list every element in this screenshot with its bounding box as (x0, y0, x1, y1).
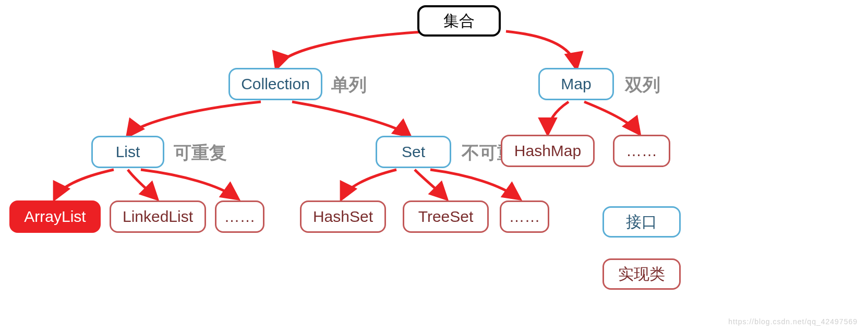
note-collection: 单列 (331, 73, 367, 97)
legend-interface-label: 接口 (626, 211, 657, 233)
note-list: 可重复 (174, 141, 227, 165)
node-list-more-label: …… (224, 208, 256, 226)
node-hashset: HashSet (300, 200, 386, 233)
node-root: 集合 (417, 5, 501, 37)
node-map-more-label: …… (626, 142, 657, 160)
legend-implementation-label: 实现类 (618, 264, 665, 285)
node-list-label: List (116, 143, 140, 161)
note-map: 双列 (625, 73, 660, 97)
node-set-label: Set (402, 143, 425, 161)
node-root-label: 集合 (443, 10, 475, 32)
node-map-label: Map (561, 75, 591, 93)
node-set-more: …… (500, 200, 549, 233)
legend-implementation: 实现类 (602, 258, 681, 290)
node-map-more: …… (613, 135, 670, 167)
node-collection-label: Collection (241, 75, 310, 93)
node-arraylist-label: ArrayList (24, 208, 86, 226)
watermark: https://blog.csdn.net/qq_42497569 (728, 317, 858, 326)
node-treeset-label: TreeSet (418, 208, 474, 226)
node-set: Set (376, 136, 451, 168)
node-hashmap: HashMap (501, 135, 595, 167)
node-list: List (91, 136, 164, 168)
node-linkedlist-label: LinkedList (123, 208, 193, 226)
node-arraylist: ArrayList (9, 200, 101, 233)
node-linkedlist: LinkedList (110, 200, 206, 233)
node-list-more: …… (215, 200, 264, 233)
legend-interface: 接口 (602, 206, 681, 238)
node-hashset-label: HashSet (313, 208, 373, 226)
node-treeset: TreeSet (403, 200, 489, 233)
node-set-more-label: …… (509, 208, 540, 226)
node-collection: Collection (228, 68, 322, 100)
diagram-stage: 集合 Collection 单列 Map 双列 List 可重复 Set 不可重… (0, 0, 868, 331)
node-map: Map (538, 68, 614, 100)
node-hashmap-label: HashMap (514, 142, 581, 160)
